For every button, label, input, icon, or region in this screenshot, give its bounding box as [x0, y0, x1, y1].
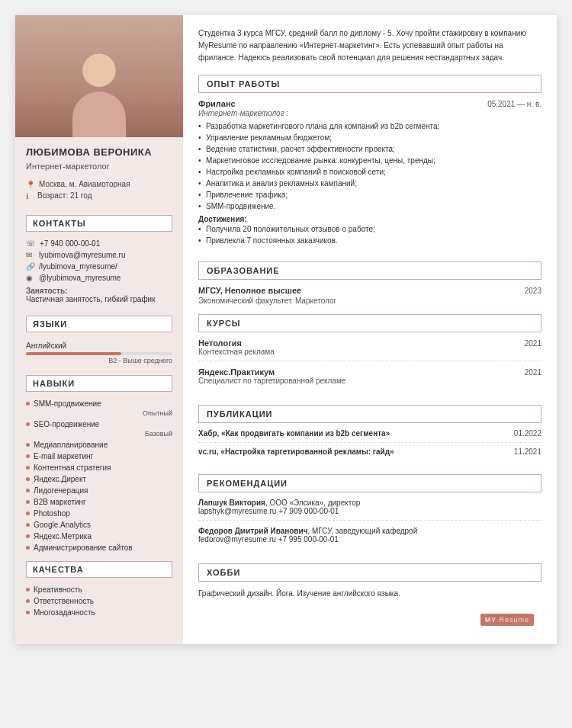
profession: Интернет-маркетолог [26, 162, 172, 171]
achievement-list: Получила 20 положительных отзывов о рабо… [198, 223, 541, 246]
languages-header: ЯЗЫКИ [26, 316, 172, 332]
achievement-item: Привлекла 7 постоянных заказчиков. [198, 235, 541, 246]
email-text: lyubimova@myresume.ru [39, 251, 126, 259]
email-item: ✉ lyubimova@myresume.ru [15, 249, 183, 261]
logo-resume: Resume [499, 616, 529, 624]
skill-row: Яндекс.Директ [15, 473, 183, 485]
courses-container: Нетология 2021 Контекстная реклама Яндек… [198, 338, 541, 390]
skills-header: НАВЫКИ [26, 375, 172, 392]
skill-row: Яндекс.Метрика [15, 531, 183, 542]
course-header-row: Яндекс.Практикум 2021 [198, 367, 541, 377]
job-entry: Фриланс 05.2021 — н. в. Интернет-маркето… [198, 99, 541, 246]
course-year: 2021 [525, 339, 541, 348]
skill-item: Контентная стратегия [15, 462, 183, 473]
skill-name: Яндекс.Директ [34, 475, 86, 483]
hobby-header: ХОББИ [198, 563, 541, 582]
pub-entry: vc.ru, «Настройка таргетированной реклам… [198, 447, 541, 460]
skill-name: Администрирование сайтов [34, 544, 133, 552]
edu-container: МГСУ, Неполное высшее 2023 Экономический… [198, 286, 541, 305]
person-body [72, 91, 126, 137]
course-entry: Яндекс.Практикум 2021 Специалист по тарг… [198, 367, 541, 390]
phone-item: ☏ +7 940 000-00-01 [15, 238, 183, 249]
skill-name: Google.Analytics [34, 521, 91, 529]
bullet-item: Разработка маркетингового плана для комп… [198, 120, 541, 132]
course-org: Яндекс.Практикум [198, 367, 275, 377]
skill-row: Photoshop [15, 508, 183, 519]
location-icon: 📍 [26, 181, 35, 189]
skill-dot [26, 477, 30, 481]
bullet-item: Маркетинговое исследование рынка: конкур… [198, 155, 541, 166]
quality-name: Ответственность [34, 597, 94, 605]
bullet-item: SMM-продвижение. [198, 200, 541, 212]
bullet-item: Управление рекламным бюджетом; [198, 132, 541, 143]
job-date: 05.2021 — н. в. [487, 100, 541, 108]
skill-name: E-mail маркетинг [34, 452, 93, 460]
hobby-text: Графический дизайн. Йога. Изучение англи… [198, 588, 541, 600]
quality-item: Ответственность [15, 595, 183, 607]
work-section: ОПЫТ РАБОТЫ Фриланс 05.2021 — н. в. Инте… [198, 75, 541, 252]
pub-date: 11.2021 [514, 447, 541, 456]
skill-dot [26, 466, 30, 470]
bullet-item: Привлечение трафика; [198, 189, 541, 200]
instagram-text: @lyubimova_myresume [39, 274, 121, 282]
rec-header: РЕКОМЕНДАЦИИ [198, 474, 541, 492]
vk-item: 🔗 /lyubimova_myresume/ [15, 261, 183, 272]
employment-value: Частичная занятость, гибкий график [26, 295, 172, 303]
skill-row: Медиапланирование [15, 439, 183, 451]
location-text: Москва, м. Авиамоторная [39, 180, 130, 188]
photo-area [15, 15, 183, 137]
skill-row: Контентная стратегия [15, 462, 183, 473]
age-item: ℹ Возраст: 21 год [26, 191, 172, 200]
course-year: 2021 [525, 368, 541, 377]
rec-container: Лапшук Виктория, ООО «Элсика», директор … [198, 499, 541, 548]
qualities-container: КреативностьОтветственностьМногозадачнос… [15, 584, 183, 618]
skill-item: Лидогенерация [15, 485, 183, 496]
course-entry: Нетология 2021 Контекстная реклама [198, 338, 541, 361]
vk-text: /lyubimova_myresume/ [39, 262, 117, 271]
courses-header: КУРСЫ [198, 314, 541, 332]
pub-date: 01.2022 [514, 429, 541, 438]
skill-row: Google.Analytics [15, 519, 183, 531]
edu-institution: МГСУ, Неполное высшее [198, 286, 301, 295]
instagram-icon: ◉ [26, 274, 35, 282]
employment-area: Занятость: Частичная занятость, гибкий г… [15, 284, 183, 308]
language-item: Английский B2 - Выше среднего [15, 338, 183, 367]
language-bar-bg [26, 352, 172, 355]
skill-dot [26, 546, 30, 550]
skill-name: Яндекс.Метрика [34, 532, 92, 540]
skill-name: Photoshop [34, 509, 70, 518]
skill-dot [26, 534, 30, 538]
instagram-item: ◉ @lyubimova_myresume [15, 272, 183, 284]
pub-container: Хабр, «Как продвигать компании из b2b се… [198, 429, 541, 460]
rec-name: Федоров Дмитрий Иванович, МГСУ, заведующ… [198, 527, 541, 535]
bullet-item: Аналитика и анализ рекламных кампаний; [198, 178, 541, 189]
skill-name: Медиапланирование [34, 441, 108, 449]
vk-icon: 🔗 [26, 262, 35, 271]
skill-item: Photoshop [15, 508, 183, 519]
right-column: Студентка 3 курса МГСУ, средний балл по … [183, 15, 557, 644]
person-head [82, 53, 116, 87]
skill-row: Лидогенерация [15, 485, 183, 496]
full-name: ЛЮБИМОВА ВЕРОНИКА [26, 146, 172, 159]
edu-detail: Экономический факультет. Маркетолог [198, 297, 541, 305]
location-item: 📍 Москва, м. Авиамоторная [26, 180, 172, 189]
skill-dot [26, 402, 30, 406]
quality-item: Креативность [15, 584, 183, 595]
rec-name: Лапшук Виктория, ООО «Элсика», директор [198, 499, 541, 507]
skill-level: Базовый [15, 430, 183, 439]
employment-label: Занятость: [26, 287, 172, 295]
name-area: ЛЮБИМОВА ВЕРОНИКА Интернет-маркетолог [15, 137, 183, 175]
skill-dot [26, 454, 30, 458]
skill-dot [26, 512, 30, 515]
qualities-header: КАЧЕСТВА [26, 561, 172, 578]
skill-row: SMM-продвижение [15, 398, 183, 409]
skills-container: SMM-продвижение Опытный SEO-продвижение … [15, 398, 183, 553]
age-icon: ℹ [26, 192, 34, 200]
skill-item: Яндекс.Метрика [15, 531, 183, 542]
summary-text: Студентка 3 курса МГСУ, средний балл по … [198, 27, 541, 64]
edu-entry: МГСУ, Неполное высшее 2023 Экономический… [198, 286, 541, 305]
course-org: Нетология [198, 338, 242, 348]
logo-area: MY Resume [198, 609, 541, 629]
left-column: ЛЮБИМОВА ВЕРОНИКА Интернет-маркетолог 📍 … [15, 15, 183, 644]
rec-entry: Федоров Дмитрий Иванович, МГСУ, заведующ… [198, 527, 541, 548]
